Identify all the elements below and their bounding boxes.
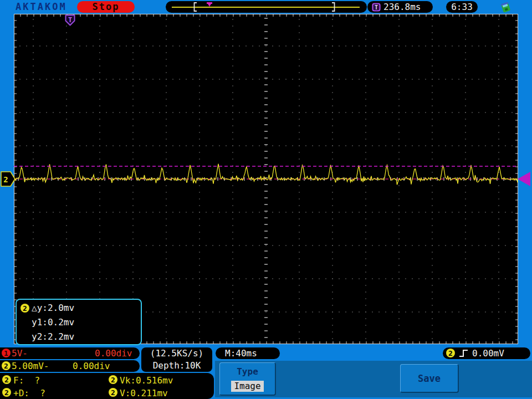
type-label: Type [220, 366, 275, 377]
ch2-badge: 2 [21, 304, 29, 313]
save-button[interactable]: Save [400, 364, 459, 393]
meas-frequency: F: ? [13, 375, 40, 386]
ch2-scale: 5.00mV- [12, 360, 49, 372]
cursor-y1-value: y1:0.2mv [32, 315, 74, 330]
cursor-measurement-box: 2 △y:2.0mv y1:0.2mv y2:2.2mv [16, 299, 142, 345]
rising-edge-icon [458, 349, 469, 358]
cursor-dy-value: △y:2.0mv [32, 301, 74, 315]
ch2-position: 0.00div [73, 360, 110, 372]
trigger-level-arrow[interactable] [518, 172, 530, 186]
cursor-row-y1: y1:0.2mv [17, 315, 141, 330]
meas-badge: 2 [2, 375, 11, 384]
trigger-level-readout: 2 0.00mV [443, 347, 530, 359]
cursor-row-dy: 2 △y:2.0mv [17, 301, 141, 315]
cursor-y2-value: y2:2.2mv [32, 330, 74, 344]
meas-vk: Vk:0.516mv [120, 375, 173, 386]
oscilloscope-screen: AKTAKOM Stop T 236.8ms 6:33 [0, 0, 532, 399]
measurement-box: 2 F: ? 2 Vk:0.516mv 2 +D: ? 2 V:0.211mv [0, 373, 214, 399]
meas-v: V:0.211mv [120, 387, 168, 399]
ch1-scale: 5V- [12, 347, 28, 359]
memory-depth: Depth:10K [141, 360, 212, 372]
trigger-level-value: 0.00mV [472, 347, 504, 359]
meas-badge: 2 [109, 388, 117, 397]
ch1-position: 0.00div [95, 347, 132, 359]
sample-rate: (12.5KS/s) [141, 347, 212, 360]
ch2-channel-marker[interactable]: 2 [1, 172, 15, 186]
type-selected-value[interactable]: Image [231, 381, 263, 392]
ch1-badge: 1 [2, 349, 11, 357]
acquisition-info: (12.5KS/s) Depth:10K [141, 347, 212, 372]
meas-badge: 2 [109, 375, 117, 384]
svg-text:2: 2 [3, 175, 8, 184]
ch1-status: 1 5V- 0.00div [0, 347, 140, 359]
timebase-readout: M:40ms [216, 347, 280, 359]
type-menu-button[interactable]: Type Image [219, 362, 276, 396]
ch2-status: 2 5.00mV- 0.00div [0, 360, 140, 372]
meas-badge: 2 [2, 388, 11, 397]
ch2-badge: 2 [2, 361, 11, 370]
meas-duty: +D: ? [13, 387, 45, 399]
soft-menu-panel: Type Image Save [215, 361, 532, 397]
trigger-source-badge: 2 [446, 349, 455, 357]
cursor-row-y2: y2:2.2mv [17, 330, 141, 344]
svg-text:T: T [68, 16, 72, 24]
